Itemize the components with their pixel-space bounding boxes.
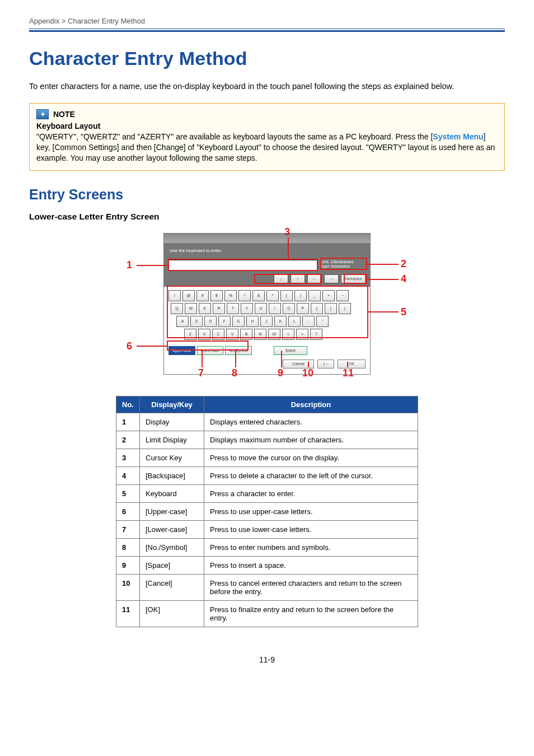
divider	[29, 30, 505, 32]
keyboard-key[interactable]: Y	[241, 303, 253, 314]
cell-display-key: [Space]	[140, 556, 204, 574]
keyboard-key[interactable]: _	[308, 290, 321, 301]
no-symbol-button[interactable]: No./Symbol	[225, 346, 252, 355]
note-text: "QWERTY", "QWERTZ" and "AZERTY" are avai…	[36, 132, 433, 141]
section-heading: Entry Screens	[29, 186, 505, 203]
keyboard-key[interactable]: @	[182, 290, 195, 301]
callout-4: 4	[401, 273, 406, 285]
table-header-display-key: Display/Key	[140, 396, 204, 413]
cell-display-key: Display	[140, 413, 204, 431]
keyboard-key[interactable]: J	[260, 316, 273, 327]
cell-description: Press to delete a character to the left …	[204, 466, 418, 484]
keyboard-key[interactable]: M	[268, 329, 280, 340]
description-table: No. Display/Key Description 1DisplayDisp…	[116, 396, 418, 627]
keyboard-key[interactable]: H	[246, 316, 259, 327]
lower-case-button[interactable]: Lower-case	[197, 346, 224, 355]
keyboard-key[interactable]: R	[213, 303, 225, 314]
keyboard-key[interactable]: C	[212, 329, 224, 340]
keyboard-key[interactable]: "	[316, 316, 329, 327]
table-row: 11[OK]Press to finalize entry and return…	[116, 600, 418, 627]
cell-no: 11	[116, 600, 140, 627]
cell-description: Press to insert a space.	[204, 556, 418, 574]
keyboard-key[interactable]: F	[218, 316, 231, 327]
keyboard-key[interactable]: {	[311, 303, 323, 314]
keyboard-key[interactable]: }	[325, 303, 337, 314]
keyboard-key[interactable]: E	[199, 303, 211, 314]
keyboard-key[interactable]: ?	[310, 329, 322, 340]
keyboard-key[interactable]: !	[168, 290, 181, 301]
keyboard-key[interactable]: K	[274, 316, 287, 327]
limit-display: Limit: 128characters Input: 0characters	[321, 260, 366, 269]
divider	[29, 29, 505, 29]
keyboard-key[interactable]: T	[227, 303, 239, 314]
cursor-left-button[interactable]: ←	[307, 274, 322, 283]
cell-display-key: [OK]	[140, 600, 204, 627]
keyboard-key[interactable]: A	[176, 316, 189, 327]
cell-description: Press to move the cursor on the display.	[204, 449, 418, 466]
keyboard-key[interactable]: B	[240, 329, 252, 340]
keyboard-key[interactable]: |	[339, 303, 351, 314]
upper-case-button[interactable]: Upper-case	[168, 346, 195, 355]
table-row: 10[Cancel]Press to cancel entered charac…	[116, 574, 418, 600]
keyboard-key[interactable]: ^	[238, 290, 251, 301]
display-input[interactable]	[168, 260, 317, 271]
cell-no: 8	[116, 538, 140, 556]
keyboard-key[interactable]: #	[196, 290, 209, 301]
keyboard-key[interactable]: >	[296, 329, 308, 340]
space-button[interactable]: Space	[274, 346, 307, 355]
callout-1: 1	[127, 259, 132, 271]
keyboard-key[interactable]: %	[224, 290, 237, 301]
cell-no: 9	[116, 556, 140, 574]
keyboard-key[interactable]: D	[204, 316, 217, 327]
cell-description: Press to use upper-case letters.	[204, 502, 418, 520]
table-row: 9[Space]Press to insert a space.	[116, 556, 418, 574]
keyboard-key[interactable]: V	[226, 329, 238, 340]
keyboard-key[interactable]: O	[283, 303, 295, 314]
callout-7: 7	[198, 367, 204, 379]
cell-display-key: Cursor Key	[140, 449, 204, 466]
back-button[interactable]: ❘←	[317, 360, 334, 368]
keyboard-key[interactable]: I	[269, 303, 281, 314]
keyboard-key[interactable]: +	[322, 290, 335, 301]
keyboard-key[interactable]: P	[297, 303, 309, 314]
cursor-right-button[interactable]: →	[324, 274, 339, 283]
instruction-text: Use the keyboard to enter.	[164, 244, 370, 258]
keyboard-key[interactable]: X	[198, 329, 210, 340]
callout-11: 11	[343, 367, 354, 379]
keyboard-key[interactable]: (	[280, 290, 293, 301]
keyboard-key[interactable]: L	[288, 316, 301, 327]
page-number: 11-9	[29, 655, 505, 664]
cell-display-key: [No./Symbol]	[140, 538, 204, 556]
callout-5: 5	[401, 306, 406, 318]
cell-no: 7	[116, 520, 140, 538]
keyboard-key[interactable]: G	[232, 316, 245, 327]
cell-no: 6	[116, 502, 140, 520]
keyboard-key[interactable]: &	[252, 290, 265, 301]
keyboard-key[interactable]: $	[210, 290, 223, 301]
keyboard-key[interactable]: <	[282, 329, 294, 340]
cell-description: Displays entered characters.	[204, 413, 418, 431]
keyboard-key[interactable]: Q	[171, 303, 183, 314]
cursor-down-button[interactable]: ↓	[274, 274, 288, 283]
cell-description: Press to finalize entry and return to th…	[204, 600, 418, 627]
table-row: 4[Backspace]Press to delete a character …	[116, 466, 418, 484]
cell-display-key: [Backspace]	[140, 466, 204, 484]
keyboard-key[interactable]: ~	[336, 290, 349, 301]
callout-3: 3	[284, 226, 290, 238]
cell-no: 5	[116, 484, 140, 502]
keyboard-key[interactable]: N	[254, 329, 266, 340]
keyboard-key[interactable]: )	[294, 290, 307, 301]
table-row: 6[Upper-case]Press to use upper-case let…	[116, 502, 418, 520]
keyboard-key[interactable]: Z	[184, 329, 196, 340]
page-title: Character Entry Method	[29, 48, 505, 69]
cell-no: 10	[116, 574, 140, 600]
keyboard-key[interactable]: :	[302, 316, 315, 327]
keyboard-key[interactable]: U	[255, 303, 267, 314]
keyboard-key[interactable]: S	[190, 316, 203, 327]
backspace-button[interactable]: Backspace	[341, 274, 366, 283]
cell-display-key: [Lower-case]	[140, 520, 204, 538]
keyboard-key[interactable]: *	[266, 290, 279, 301]
table-header-no: No.	[116, 396, 140, 413]
cursor-up-button[interactable]: ↑	[291, 274, 305, 283]
keyboard-key[interactable]: W	[185, 303, 197, 314]
